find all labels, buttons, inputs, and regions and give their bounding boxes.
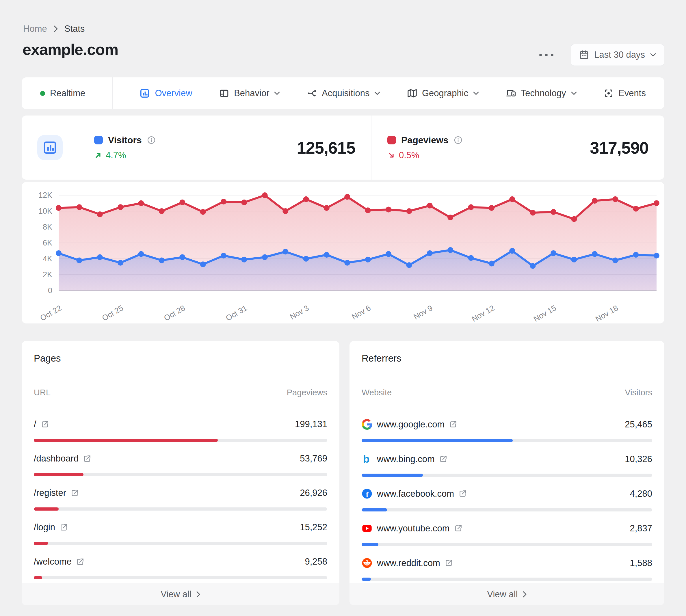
page-url-link[interactable]: /register <box>34 488 79 498</box>
chevron-down-icon <box>374 91 380 95</box>
col-header-url: URL <box>34 388 50 397</box>
line-chart: 02K4K6K8K10K12KOct 22Oct 25Oct 28Oct 31N… <box>22 182 664 325</box>
external-link-icon <box>459 490 466 498</box>
progress-fill <box>34 507 59 511</box>
svg-text:Nov 18: Nov 18 <box>594 304 620 324</box>
progress-fill <box>362 508 387 511</box>
page-pageviews-value: 9,258 <box>305 556 327 567</box>
branch-icon <box>307 88 317 98</box>
page-url-link[interactable]: /login <box>34 522 68 532</box>
page-url: /dashboard <box>34 454 79 464</box>
svg-text:Nov 3: Nov 3 <box>288 304 310 321</box>
pages-view-all-button[interactable]: View all <box>22 583 339 605</box>
arrow-up-right-icon <box>94 151 102 159</box>
referrer-visitors-value: 10,326 <box>625 454 652 464</box>
table-row: fwww.facebook.com4,280 <box>362 477 652 511</box>
map-icon <box>407 88 417 98</box>
date-range-button[interactable]: Last 30 days <box>571 44 664 66</box>
referrer-site: www.youtube.com <box>377 523 450 534</box>
referrer-visitors-value: 4,280 <box>630 489 652 499</box>
external-link-icon <box>83 455 91 463</box>
page-url-link[interactable]: /welcome <box>34 556 84 567</box>
summary-card: Visitors 4.7% 125,615 Pageviews 0.5% 317… <box>22 115 664 180</box>
progress-track <box>362 508 652 511</box>
info-icon[interactable] <box>454 136 462 145</box>
breadcrumb-current: Stats <box>64 24 85 34</box>
traffic-chart: 02K4K6K8K10K12KOct 22Oct 25Oct 28Oct 31N… <box>22 182 664 324</box>
referrer-link[interactable]: www.google.com <box>362 419 457 430</box>
breadcrumb-home-link[interactable]: Home <box>23 24 47 34</box>
referrer-visitors-value: 25,465 <box>625 419 652 430</box>
referrer-visitors-value: 2,837 <box>630 523 652 534</box>
tab-acquisitions[interactable]: Acquisitions <box>307 78 380 109</box>
svg-text:0: 0 <box>48 286 52 295</box>
col-header-visitors: Visitors <box>625 388 652 397</box>
pages-panel-title: Pages <box>22 341 339 375</box>
facebook-favicon-icon: f <box>362 488 372 499</box>
external-link-icon <box>41 420 49 428</box>
progress-fill <box>362 474 423 477</box>
referrer-visitors-value: 1,588 <box>630 558 652 568</box>
table-row: /register26,926 <box>34 476 327 511</box>
tab-behavior[interactable]: Behavior <box>219 78 280 109</box>
referrer-link[interactable]: www.youtube.com <box>362 523 462 534</box>
tab-bar: Realtime Overview Behavior Acquisitions … <box>22 78 664 109</box>
chevron-right-icon <box>196 591 200 598</box>
breadcrumb: Home Stats <box>23 24 85 34</box>
info-icon[interactable] <box>147 136 156 145</box>
analytics-icon <box>37 135 63 160</box>
svg-text:2K: 2K <box>43 270 52 279</box>
svg-text:Oct 31: Oct 31 <box>224 304 249 323</box>
referrer-site: www.google.com <box>377 419 444 430</box>
svg-text:Oct 28: Oct 28 <box>162 304 186 323</box>
divider <box>112 78 113 109</box>
external-link-icon <box>455 525 462 532</box>
realtime-dot-icon <box>40 91 45 96</box>
table-row: /login15,252 <box>34 511 327 545</box>
more-options-button[interactable] <box>536 50 556 60</box>
referrers-view-all-button[interactable]: View all <box>350 583 664 605</box>
bar-chart-icon <box>139 88 150 98</box>
table-row: /welcome9,258 <box>34 545 327 579</box>
svg-text:Oct 25: Oct 25 <box>101 304 125 323</box>
referrer-link[interactable]: www.reddit.com <box>362 558 452 568</box>
tab-technology[interactable]: Technology <box>506 78 577 109</box>
svg-text:Nov 15: Nov 15 <box>532 304 558 324</box>
progress-fill <box>34 439 218 442</box>
referrers-panel: Referrers Website Visitors www.google.co… <box>350 341 664 605</box>
svg-text:Oct 22: Oct 22 <box>39 304 63 323</box>
page-url-link[interactable]: / <box>34 419 49 430</box>
svg-text:4K: 4K <box>43 255 52 263</box>
table-row: /dashboard53,769 <box>34 442 327 476</box>
page-pageviews-value: 26,926 <box>300 488 327 498</box>
visitors-stat: Visitors 4.7% 125,615 <box>78 115 372 180</box>
referrer-link[interactable]: fwww.facebook.com <box>362 488 466 499</box>
progress-fill <box>34 542 48 545</box>
page-url: /register <box>34 488 66 498</box>
pageviews-swatch <box>388 136 396 145</box>
tab-geographic[interactable]: Geographic <box>407 78 479 109</box>
progress-track <box>34 473 327 476</box>
date-range-label: Last 30 days <box>594 50 645 60</box>
svg-text:10K: 10K <box>39 207 52 216</box>
devices-icon <box>506 88 516 98</box>
table-row: www.youtube.com2,837 <box>362 511 652 546</box>
referrers-panel-title: Referrers <box>350 341 664 375</box>
page-url-link[interactable]: /dashboard <box>34 454 91 464</box>
reddit-favicon-icon <box>362 558 372 568</box>
tab-events[interactable]: Events <box>604 78 646 109</box>
pageviews-label: Pageviews <box>401 135 448 146</box>
tab-realtime[interactable]: Realtime <box>40 78 85 109</box>
external-link-icon <box>76 558 84 566</box>
google-favicon-icon <box>362 419 372 430</box>
layout-icon <box>219 88 229 98</box>
table-row: www.google.com25,465 <box>362 408 652 442</box>
ellipsis-icon <box>539 54 542 56</box>
calendar-icon <box>579 50 589 60</box>
page-url: / <box>34 419 37 430</box>
page-pageviews-value: 199,131 <box>295 419 327 430</box>
referrer-link[interactable]: bwww.bing.com <box>362 454 447 464</box>
chevron-down-icon <box>650 53 656 57</box>
tab-overview[interactable]: Overview <box>139 78 192 109</box>
progress-fill <box>34 473 84 476</box>
